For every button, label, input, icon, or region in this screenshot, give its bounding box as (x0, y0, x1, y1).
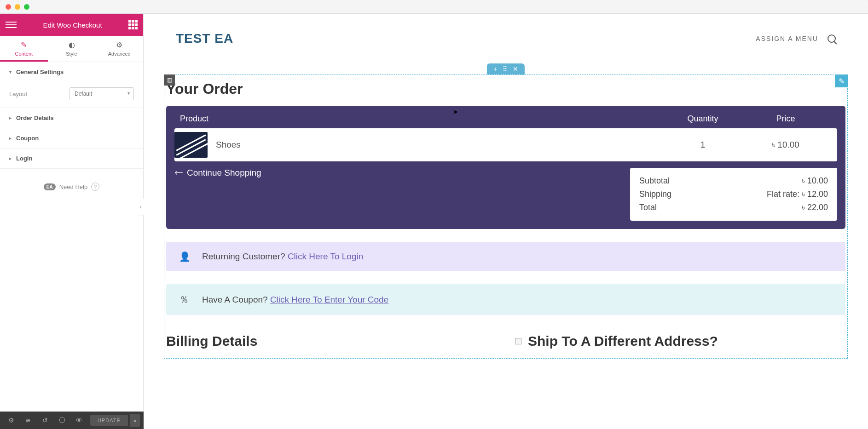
window-titlebar (0, 0, 868, 14)
shipping-label: Shipping (639, 189, 671, 199)
history-icon[interactable]: ↺ (38, 413, 53, 427)
section-login-header[interactable]: ▸ Login (0, 149, 143, 168)
order-title: Your Order (166, 80, 847, 97)
section-general-header[interactable]: ▾ General Settings (0, 62, 143, 82)
continue-shopping-link[interactable]: 🡐 Continue Shopping (174, 168, 261, 178)
coupon-notice: ％ Have A Coupon? Click Here To Enter You… (166, 284, 845, 315)
login-notice: 👤 Returning Customer? Click Here To Logi… (166, 242, 845, 271)
section-coupon-header[interactable]: ▸ Coupon (0, 128, 143, 148)
totals-box: Subtotal৳ 10.00 ShippingFlat rate: ৳ 12.… (630, 168, 837, 221)
site-header: TEST EA ASSIGN A MENU (144, 14, 868, 63)
billing-title: Billing Details (166, 333, 497, 349)
shipping-value: Flat rate: ৳ 12.00 (767, 189, 828, 199)
settings-icon[interactable]: ⚙ (4, 413, 19, 427)
section-coupon: ▸ Coupon (0, 128, 143, 149)
section-order-details-label: Order Details (16, 114, 54, 121)
login-link[interactable]: Click Here To Login (288, 252, 363, 261)
section-coupon-label: Coupon (16, 135, 39, 142)
tab-content[interactable]: ✎ Content (0, 36, 48, 62)
section-order-details: ▸ Order Details (0, 108, 143, 128)
order-row: Shoes 1 ৳ 10.00 (174, 128, 837, 161)
apps-grid-icon[interactable] (128, 20, 138, 29)
col-quantity: Quantity (666, 114, 740, 124)
coupon-notice-text: Have A Coupon? (202, 295, 270, 304)
product-qty: 1 (666, 140, 740, 150)
sidebar-title: Edit Woo Checkout (17, 21, 128, 29)
drag-section-icon[interactable]: ⠿ (503, 65, 507, 73)
tab-style-label: Style (66, 51, 77, 57)
col-product: Product (180, 114, 666, 124)
sidebar-tabs: ✎ Content ◐ Style ⚙ Advanced (0, 36, 143, 62)
add-section-icon[interactable]: + (493, 65, 497, 73)
search-icon[interactable] (827, 34, 836, 43)
column-handle-icon[interactable]: ▥ (164, 74, 175, 86)
user-icon: 👤 (179, 251, 189, 262)
need-help[interactable]: EA Need Help ? (0, 169, 143, 205)
caret-down-icon: ▾ (9, 69, 12, 74)
total-value: ৳ 22.00 (802, 203, 828, 212)
editor-sidebar: Edit Woo Checkout ✎ Content ◐ Style ⚙ Ad… (0, 14, 144, 429)
sidebar-header: Edit Woo Checkout (0, 14, 143, 36)
tab-advanced[interactable]: ⚙ Advanced (95, 36, 143, 62)
preview-canvas: TEST EA ASSIGN A MENU + ⠿ ✕ ▥ ✎ Your Ord… (144, 14, 868, 429)
total-label: Total (639, 203, 657, 212)
order-summary-box: Product Quantity Price Shoes 1 ৳ 10.00 (166, 106, 845, 229)
shipping-title[interactable]: Ship To A Different Address? (528, 333, 718, 349)
help-icon: ? (91, 183, 99, 191)
tab-content-label: Content (15, 51, 33, 57)
update-button[interactable]: UPDATE (90, 415, 128, 426)
col-price: Price (740, 114, 832, 124)
window-minimize-icon[interactable] (15, 4, 20, 10)
navigator-icon[interactable]: ≋ (21, 413, 36, 427)
gear-icon: ⚙ (95, 40, 143, 49)
responsive-icon[interactable]: 🖵 (54, 413, 69, 427)
layout-label: Layout (9, 91, 27, 97)
site-title[interactable]: TEST EA (176, 31, 233, 46)
layout-select[interactable]: Default (69, 87, 134, 100)
coupon-link[interactable]: Click Here To Enter Your Code (270, 295, 388, 304)
caret-right-icon: ▸ (9, 115, 12, 120)
preview-icon[interactable]: 👁 (71, 413, 87, 427)
shipping-title-row: Ship To A Different Address? (515, 333, 845, 349)
window-zoom-icon[interactable] (24, 4, 29, 10)
close-section-icon[interactable]: ✕ (513, 65, 518, 73)
section-general: ▾ General Settings Layout Default (0, 62, 143, 108)
pencil-icon: ✎ (0, 40, 48, 49)
ea-badge-icon: EA (44, 183, 56, 190)
widget-container[interactable]: ▥ ✎ Your Order Product Quantity Price Sh… (164, 74, 848, 359)
billing-shipping-row: Billing Details Ship To A Different Addr… (166, 333, 845, 349)
edit-widget-button[interactable]: ✎ (835, 74, 848, 87)
window-close-icon[interactable] (6, 4, 11, 10)
product-name: Shoes (216, 140, 241, 150)
section-order-details-header[interactable]: ▸ Order Details (0, 108, 143, 128)
header-menu-area: ASSIGN A MENU (756, 34, 836, 43)
caret-right-icon: ▸ (9, 156, 12, 161)
ship-different-checkbox[interactable] (515, 338, 521, 344)
hamburger-icon[interactable] (6, 19, 17, 30)
tab-advanced-label: Advanced (108, 51, 131, 57)
section-general-body: Layout Default (0, 82, 143, 108)
subtotal-value: ৳ 10.00 (802, 176, 828, 186)
continue-shopping-label: Continue Shopping (187, 168, 261, 178)
editor-footer: ⚙ ≋ ↺ 🖵 👁 UPDATE ▲ (0, 412, 144, 429)
arrow-left-icon: 🡐 (174, 168, 183, 178)
product-image (174, 132, 208, 158)
login-notice-text: Returning Customer? (202, 252, 288, 261)
tab-style[interactable]: ◐ Style (48, 36, 96, 62)
need-help-label: Need Help (59, 183, 87, 190)
order-table-header: Product Quantity Price (174, 106, 837, 128)
assign-menu-link[interactable]: ASSIGN A MENU (756, 35, 818, 42)
subtotal-label: Subtotal (639, 176, 670, 186)
caret-right-icon: ▸ (9, 136, 12, 141)
section-login-label: Login (16, 155, 32, 162)
sidebar-collapse-handle[interactable]: ‹ (138, 198, 144, 216)
contrast-icon: ◐ (48, 40, 96, 49)
section-login: ▸ Login (0, 149, 143, 169)
percent-icon: ％ (179, 293, 189, 306)
section-controls-tab: + ⠿ ✕ (487, 63, 525, 74)
update-options-button[interactable]: ▲ (130, 414, 140, 427)
section-general-label: General Settings (16, 69, 64, 75)
product-price: ৳ 10.00 (740, 140, 832, 150)
